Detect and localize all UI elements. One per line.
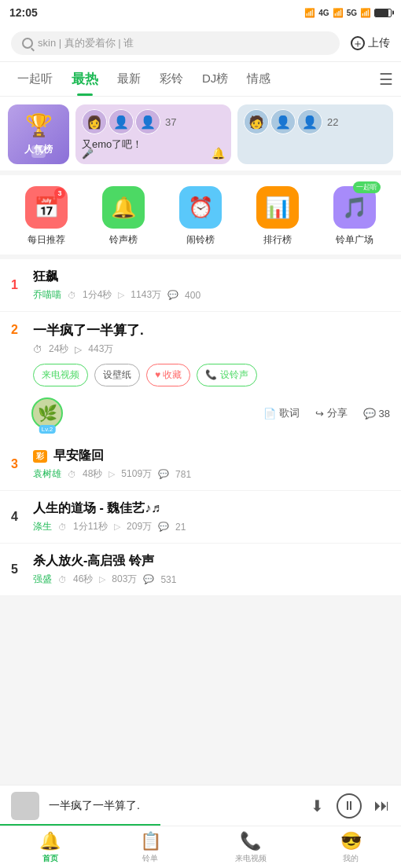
pause-button[interactable]: ⏸: [337, 793, 362, 819]
ringtone-number-4: 4: [11, 510, 25, 524]
avatar-6: 👤: [297, 109, 322, 134]
play-icon-1: ▷: [118, 290, 124, 300]
tab-new[interactable]: 最新: [108, 62, 150, 96]
ringtone-item-4[interactable]: 4 人生的道场 - 魏佳艺♪♬ 涤生 ⏱ 1分11秒 ▷ 209万 💬 21: [0, 491, 401, 544]
action-wallpaper[interactable]: 设壁纸: [94, 364, 140, 386]
ringtone-item-1[interactable]: 1 狂飙 乔喵喵 ⏱ 1分4秒 ▷ 1143万 💬 400: [0, 259, 401, 312]
lyrics-icon: 📄: [263, 408, 276, 419]
chart-label: 排行榜: [263, 233, 292, 247]
ringtone-item-2[interactable]: 2 一半疯了一半算了. ⏱ 24秒 ▷ 443万 来电视频 设壁纸 ♥ 收藏 📞…: [0, 312, 401, 437]
lyrics-button[interactable]: 📄 歌词: [263, 406, 300, 420]
category-alarm-rank[interactable]: ⏰ 闹铃榜: [179, 186, 222, 247]
player-thumbnail: [11, 792, 39, 820]
action-collect[interactable]: ♥ 收藏: [146, 364, 190, 386]
category-section: 📅 3 每日推荐 🔔 铃声榜 ⏰ 闹铃榜 📊 排行榜 🎵 一起听 铃单广场: [0, 175, 401, 255]
ringtone-list: 1 狂飙 乔喵喵 ⏱ 1分4秒 ▷ 1143万 💬 400 2 一半疯了一半算了…: [0, 259, 401, 596]
nav-ringtone[interactable]: 📋 铃单: [101, 826, 201, 868]
playlist-avatars-2: 🧑 👤 👤 22: [244, 109, 387, 134]
chart-icon: 📊: [256, 186, 299, 229]
featured-bottom-row: 🌿 Lv.2 📄 歌词 ↪ 分享 💬 38: [0, 391, 401, 437]
signal3-icon: 📶: [360, 8, 371, 18]
avatar-img: 🌿: [31, 397, 63, 429]
daily-badge: 3: [54, 188, 65, 199]
action-video-call[interactable]: 来电视频: [33, 364, 88, 386]
ringtone-info-1: 狂飙 乔喵喵 ⏱ 1分4秒 ▷ 1143万 💬 400: [33, 269, 390, 302]
video-call-label: 来电视频: [235, 853, 267, 864]
ringtone-title-5: 杀人放火-高启强 铃声: [33, 553, 390, 570]
search-input-wrap[interactable]: skin | 真的爱着你 | 谁: [11, 31, 340, 55]
featured-stats: ⏱ 24秒 ▷ 443万: [33, 342, 390, 356]
ringtone-item-3[interactable]: 3 彩 早安隆回 袁树雄 ⏱ 48秒 ▷ 5109万 💬 781: [0, 438, 401, 491]
ringtone-info-5: 杀人放火-高启强 铃声 强盛 ⏱ 46秒 ▷ 803万 💬 531: [33, 553, 390, 586]
nav-video-call[interactable]: 📞 来电视频: [200, 826, 301, 868]
status-icons: 📶 4G 📶 5G 📶: [304, 8, 392, 18]
ringtone-title-4: 人生的道场 - 魏佳艺♪♬: [33, 500, 390, 517]
comment-icon-feat: 💬: [363, 408, 376, 419]
ringtone-nav-icon: 📋: [140, 831, 161, 852]
tab-color-ring[interactable]: 彩铃: [150, 62, 193, 96]
ring-plaza-label: 铃单广场: [336, 233, 373, 247]
4g-icon: 4G: [318, 9, 329, 17]
comment-button[interactable]: 💬 38: [363, 408, 390, 419]
category-ringtone-rank[interactable]: 🔔 铃声榜: [102, 186, 145, 247]
ringtone-rank-icon: 🔔: [102, 186, 145, 229]
nav-more-icon[interactable]: ☰: [379, 70, 393, 89]
search-icon: [22, 38, 33, 49]
nav-home[interactable]: 🔔 首页: [0, 826, 101, 868]
upload-label: 上传: [368, 36, 390, 50]
ringtone-number-5: 5: [11, 562, 25, 577]
popularity-card[interactable]: 🏆 榜 人气榜: [8, 104, 69, 164]
nav-tabs: 一起听 最热 最新 彩铃 DJ榜 情感 ☰: [0, 62, 401, 97]
profile-icon: 😎: [340, 831, 362, 852]
tab-together[interactable]: 一起听: [8, 62, 62, 96]
playlist-avatars: 👩 👤 👤 37: [82, 109, 225, 134]
playlist-count-2: 22: [327, 116, 338, 128]
ringtone-meta-5: 强盛 ⏱ 46秒 ▷ 803万 💬 531: [33, 573, 390, 586]
ring-plaza-icon: 🎵 一起听: [333, 186, 376, 229]
playlist-card-1[interactable]: 👩 👤 👤 37 又emo了吧！ 🎤 🔔: [75, 104, 231, 164]
ringtone-item-5[interactable]: 5 杀人放火-高启强 铃声 强盛 ⏱ 46秒 ▷ 803万 💬 531: [0, 544, 401, 596]
alarm-rank-label: 闹铃榜: [186, 233, 215, 247]
artist-3: 袁树雄: [33, 467, 61, 481]
avatar-3: 👤: [135, 109, 160, 134]
comment-icon-1: 💬: [167, 290, 178, 300]
featured-social-actions: 📄 歌词 ↪ 分享 💬 38: [263, 406, 390, 420]
category-ring-plaza[interactable]: 🎵 一起听 铃单广场: [333, 186, 376, 247]
next-button[interactable]: ⏭: [374, 797, 390, 815]
daily-icon: 📅 3: [25, 186, 68, 229]
download-button[interactable]: ⬇: [311, 797, 324, 815]
featured-duration: 24秒: [49, 342, 68, 356]
ringtone-title-3: 彩 早安隆回: [33, 448, 390, 464]
upload-button[interactable]: ＋ 上传: [351, 36, 390, 50]
share-label: 分享: [327, 406, 348, 420]
bottom-nav: 🔔 首页 📋 铃单 📞 来电视频 😎 我的: [0, 826, 401, 868]
featured-user-avatar: 🌿 Lv.2: [31, 397, 63, 429]
avatar-1: 👩: [82, 109, 107, 134]
color-badge-3: 彩: [33, 450, 47, 463]
tab-hot[interactable]: 最热: [62, 62, 108, 96]
daily-label: 每日推荐: [28, 233, 65, 247]
lv-badge: Lv.2: [39, 425, 56, 434]
home-icon: 🔔: [39, 831, 61, 852]
signal2-icon: 📶: [333, 8, 344, 18]
5g-icon: 5G: [347, 9, 357, 17]
action-set-ringtone[interactable]: 📞 设铃声: [197, 364, 256, 386]
share-button[interactable]: ↪ 分享: [315, 406, 348, 420]
ringtone-meta-1: 乔喵喵 ⏱ 1分4秒 ▷ 1143万 💬 400: [33, 288, 390, 302]
status-time: 12:05: [9, 6, 38, 19]
avatar-2: 👤: [109, 109, 134, 134]
comments-1: 400: [185, 290, 200, 301]
ringtone-number-2: 2: [11, 321, 25, 337]
category-daily[interactable]: 📅 3 每日推荐: [25, 186, 68, 247]
banner-section: 🏆 榜 人气榜 👩 👤 👤 37 又emo了吧！ 🎤 🔔 🧑: [0, 97, 401, 170]
playlist-card-2[interactable]: 🧑 👤 👤 22: [237, 104, 393, 164]
featured-action-buttons: 来电视频 设壁纸 ♥ 收藏 📞 设铃声: [33, 364, 390, 386]
search-bar: skin | 真的爱着你 | 谁 ＋ 上传: [0, 25, 401, 62]
tab-emotion[interactable]: 情感: [237, 62, 280, 96]
status-bar: 12:05 📶 4G 📶 5G 📶: [0, 0, 401, 25]
trophy-icon: 🏆: [25, 112, 53, 138]
category-chart[interactable]: 📊 排行榜: [256, 186, 299, 247]
tab-dj[interactable]: DJ榜: [193, 62, 237, 96]
nav-profile[interactable]: 😎 我的: [301, 826, 402, 868]
signal-icon: 📶: [304, 8, 315, 18]
